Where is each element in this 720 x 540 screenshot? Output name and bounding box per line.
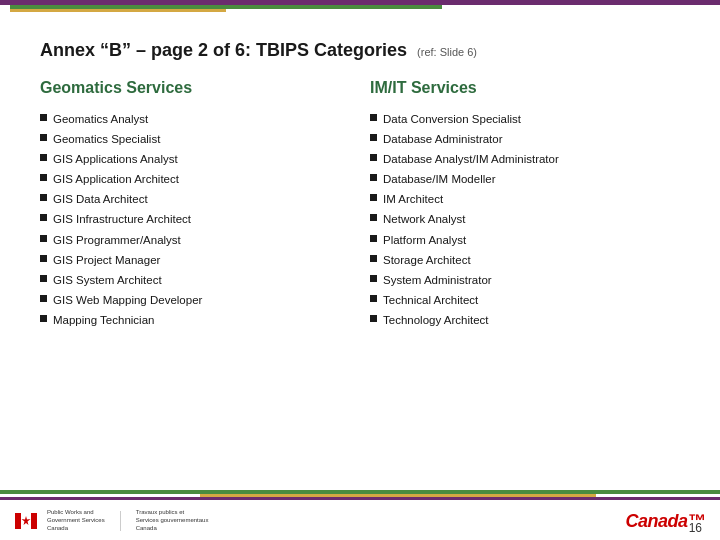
bullet-icon bbox=[370, 295, 377, 302]
list-item: Network Analyst bbox=[370, 211, 680, 227]
list-item-text: GIS Applications Analyst bbox=[53, 151, 178, 167]
list-item: GIS Infrastructure Architect bbox=[40, 211, 350, 227]
bullet-icon bbox=[40, 134, 47, 141]
imit-heading: IM/IT Services bbox=[370, 79, 680, 99]
bullet-icon bbox=[370, 114, 377, 121]
footer-text-line5: Services gouvernementaux bbox=[136, 517, 209, 525]
list-item: GIS System Architect bbox=[40, 272, 350, 288]
footer-text-left: Public Works and Government Services Can… bbox=[47, 509, 105, 532]
bottom-bar-purple bbox=[0, 497, 720, 500]
imit-list: Data Conversion SpecialistDatabase Admin… bbox=[370, 111, 680, 328]
bullet-icon bbox=[40, 315, 47, 322]
bullet-icon bbox=[40, 275, 47, 282]
footer-text-line1: Public Works and bbox=[47, 509, 105, 517]
bullet-icon bbox=[370, 235, 377, 242]
list-item: Geomatics Analyst bbox=[40, 111, 350, 127]
bullet-icon bbox=[40, 295, 47, 302]
list-item-text: Platform Analyst bbox=[383, 232, 466, 248]
bullet-icon bbox=[370, 154, 377, 161]
list-item-text: GIS Programmer/Analyst bbox=[53, 232, 181, 248]
list-item-text: Storage Architect bbox=[383, 252, 471, 268]
list-item-text: Database/IM Modeller bbox=[383, 171, 496, 187]
footer-left: Public Works and Government Services Can… bbox=[15, 509, 208, 532]
list-item: Database Administrator bbox=[370, 131, 680, 147]
list-item: Storage Architect bbox=[370, 252, 680, 268]
bullet-icon bbox=[40, 174, 47, 181]
bullet-icon bbox=[370, 275, 377, 282]
list-item-text: GIS Application Architect bbox=[53, 171, 179, 187]
bullet-icon bbox=[40, 214, 47, 221]
list-item-text: Data Conversion Specialist bbox=[383, 111, 521, 127]
list-item-text: Database Analyst/IM Administrator bbox=[383, 151, 559, 167]
list-item: Database Analyst/IM Administrator bbox=[370, 151, 680, 167]
list-item-text: GIS Infrastructure Architect bbox=[53, 211, 191, 227]
top-decorative-bars bbox=[0, 0, 720, 14]
list-item-text: GIS System Architect bbox=[53, 272, 162, 288]
list-item: Geomatics Specialist bbox=[40, 131, 350, 147]
canada-logo-left bbox=[15, 513, 37, 529]
footer-divider bbox=[120, 511, 121, 531]
bullet-icon bbox=[370, 255, 377, 262]
list-item: Mapping Technician bbox=[40, 312, 350, 328]
bullet-icon bbox=[40, 255, 47, 262]
footer-text-line3: Canada bbox=[47, 525, 105, 533]
list-item: GIS Web Mapping Developer bbox=[40, 292, 350, 308]
top-bar-gold bbox=[10, 9, 226, 12]
title-row: Annex “B” – page 2 of 6: TBIPS Categorie… bbox=[40, 40, 680, 61]
canada-flag-icon bbox=[15, 513, 37, 529]
footer-text-line2: Government Services bbox=[47, 517, 105, 525]
bullet-icon bbox=[40, 194, 47, 201]
svg-rect-0 bbox=[15, 513, 21, 529]
list-item-text: Mapping Technician bbox=[53, 312, 154, 328]
list-item: Data Conversion Specialist bbox=[370, 111, 680, 127]
svg-rect-2 bbox=[31, 513, 37, 529]
geomatics-column: Geomatics Services Geomatics AnalystGeom… bbox=[40, 79, 350, 332]
list-item: GIS Data Architect bbox=[40, 191, 350, 207]
imit-column: IM/IT Services Data Conversion Specialis… bbox=[370, 79, 680, 332]
bullet-icon bbox=[40, 235, 47, 242]
bullet-icon bbox=[40, 154, 47, 161]
list-item-text: Network Analyst bbox=[383, 211, 465, 227]
footer: Public Works and Government Services Can… bbox=[0, 502, 720, 540]
list-item: IM Architect bbox=[370, 191, 680, 207]
page-subtitle: (ref: Slide 6) bbox=[417, 46, 477, 58]
page-number: 16 bbox=[689, 521, 702, 535]
bottom-decorative-bars bbox=[0, 490, 720, 502]
bullet-icon bbox=[370, 315, 377, 322]
list-item: System Administrator bbox=[370, 272, 680, 288]
geomatics-list: Geomatics AnalystGeomatics SpecialistGIS… bbox=[40, 111, 350, 328]
list-item-text: IM Architect bbox=[383, 191, 443, 207]
list-item-text: GIS Project Manager bbox=[53, 252, 160, 268]
bullet-icon bbox=[370, 214, 377, 221]
bullet-icon bbox=[370, 194, 377, 201]
list-item-text: GIS Web Mapping Developer bbox=[53, 292, 202, 308]
list-item-text: System Administrator bbox=[383, 272, 492, 288]
bullet-icon bbox=[40, 114, 47, 121]
list-item: Technology Architect bbox=[370, 312, 680, 328]
footer-text-line4: Travaux publics et bbox=[136, 509, 209, 517]
list-item-text: Technical Architect bbox=[383, 292, 478, 308]
list-item-text: Technology Architect bbox=[383, 312, 488, 328]
list-item-text: Geomatics Analyst bbox=[53, 111, 148, 127]
page-title: Annex “B” – page 2 of 6: TBIPS Categorie… bbox=[40, 40, 407, 61]
list-item: GIS Programmer/Analyst bbox=[40, 232, 350, 248]
list-item-text: GIS Data Architect bbox=[53, 191, 148, 207]
main-content: Annex “B” – page 2 of 6: TBIPS Categorie… bbox=[0, 20, 720, 485]
geomatics-heading: Geomatics Services bbox=[40, 79, 350, 99]
list-item: Technical Architect bbox=[370, 292, 680, 308]
list-item-text: Geomatics Specialist bbox=[53, 131, 160, 147]
list-item: Database/IM Modeller bbox=[370, 171, 680, 187]
list-item: GIS Project Manager bbox=[40, 252, 350, 268]
footer-text-right: Travaux publics et Services gouvernement… bbox=[136, 509, 209, 532]
list-item: GIS Applications Analyst bbox=[40, 151, 350, 167]
bullet-icon bbox=[370, 174, 377, 181]
footer-text-line6: Canada bbox=[136, 525, 209, 533]
list-item: Platform Analyst bbox=[370, 232, 680, 248]
canada-wordmark-text: Canada bbox=[625, 511, 687, 531]
list-item: GIS Application Architect bbox=[40, 171, 350, 187]
columns-container: Geomatics Services Geomatics AnalystGeom… bbox=[40, 79, 680, 332]
bullet-icon bbox=[370, 134, 377, 141]
list-item-text: Database Administrator bbox=[383, 131, 503, 147]
